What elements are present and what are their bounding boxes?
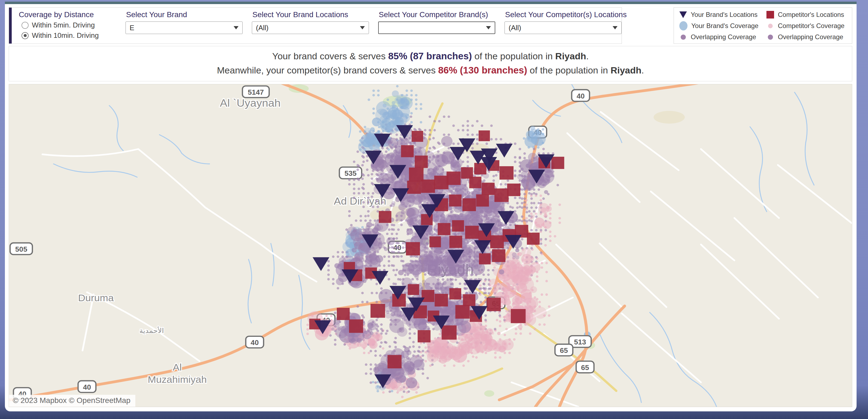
svg-text:65: 65	[581, 363, 589, 372]
competitor-location-marker[interactable]	[474, 163, 487, 174]
competitor-location-marker[interactable]	[500, 166, 514, 180]
radio-within-5min[interactable]: Within 5min. Driving	[22, 21, 116, 29]
competitor-location-marker[interactable]	[452, 220, 464, 231]
competitor-location-marker[interactable]	[463, 294, 475, 306]
brand-filter: Select Your Brand E	[126, 8, 243, 43]
competitor-location-marker[interactable]	[415, 156, 428, 168]
svg-text:40: 40	[83, 383, 91, 391]
competitor-location-marker[interactable]	[349, 319, 363, 333]
summary-text: Meanwhile, your competitor(s) brand cove…	[217, 65, 438, 75]
summary-text: .	[586, 51, 589, 61]
summary-text: of the population in	[472, 51, 555, 61]
competitor-location-marker[interactable]	[449, 236, 462, 248]
brand-summary-line: Your brand covers & serves 85% (87 branc…	[9, 49, 852, 63]
legend-item-competitor-locations: Competitor's Locations	[767, 11, 847, 19]
competitor-location-marker[interactable]	[479, 130, 490, 141]
competitor-locations-filter: Select Your Competitor(s) Locations (All…	[504, 8, 622, 43]
competitor-locations-dropdown[interactable]: (All)	[504, 22, 622, 34]
competitor-location-marker[interactable]	[409, 168, 423, 182]
radio-unselected-icon[interactable]	[22, 22, 29, 29]
competitor-location-marker[interactable]	[494, 189, 508, 202]
road-shield: 65	[576, 361, 594, 373]
competitor-location-marker[interactable]	[476, 194, 489, 206]
competitor-locations-label: Select Your Competitor(s) Locations	[505, 10, 622, 19]
place-label: Duruma	[78, 292, 114, 303]
competitor-location-marker[interactable]	[438, 223, 451, 235]
competitor-location-marker[interactable]	[408, 284, 419, 295]
road-shield: 40	[572, 90, 589, 101]
competitor-location-marker[interactable]	[406, 242, 420, 256]
competitor-location-marker[interactable]	[418, 330, 430, 342]
brand-dropdown[interactable]: E	[126, 22, 243, 34]
chevron-down-icon	[486, 26, 491, 29]
road-shield: 40	[246, 336, 264, 348]
svg-text:65: 65	[560, 347, 568, 355]
radio-selected-icon[interactable]	[22, 32, 29, 39]
coverage-filter-title: Coverage by Distance	[19, 10, 116, 19]
legend-label: Competitor's Coverage	[778, 22, 845, 30]
park-patch	[484, 390, 494, 397]
legend-item-overlap-left: Overlapping Coverage	[679, 33, 767, 41]
competitor-location-marker[interactable]	[492, 249, 505, 262]
place-label: Al	[173, 362, 182, 373]
filter-panel: Coverage by Distance Within 5min. Drivin…	[9, 7, 622, 44]
competitor-location-marker[interactable]	[487, 298, 501, 311]
competitor-location-marker[interactable]	[455, 305, 469, 319]
panel-accent-bar	[9, 8, 12, 43]
competitor-location-marker[interactable]	[490, 235, 504, 249]
chevron-down-icon	[613, 26, 618, 29]
competitor-location-marker[interactable]	[435, 294, 448, 307]
competitor-location-marker[interactable]	[421, 180, 435, 193]
competitor-location-marker[interactable]	[401, 145, 413, 157]
competitor-location-marker[interactable]	[511, 309, 525, 323]
place-label: الأحمدية	[140, 326, 164, 335]
competitor-location-marker[interactable]	[527, 233, 540, 245]
legend-label: Competitor's Locations	[778, 11, 844, 19]
svg-text:505: 505	[15, 246, 27, 253]
competitor-location-marker[interactable]	[429, 236, 441, 247]
coverage-map[interactable]: Al `UyaynahAd Dir`iyahRiyadhDurumaالأحمد…	[9, 84, 852, 407]
coverage-by-distance-filter: Coverage by Distance Within 5min. Drivin…	[12, 8, 116, 43]
legend-item-brand-coverage: Your Brand's Coverage	[679, 21, 767, 30]
map-canvas[interactable]: Al `UyaynahAd Dir`iyahRiyadhDurumaالأحمد…	[9, 84, 852, 407]
competitor-location-marker[interactable]	[412, 131, 423, 142]
competitor-location-marker[interactable]	[465, 226, 479, 239]
competitor-location-marker[interactable]	[434, 176, 449, 189]
map-attribution: © 2023 Mapbox © OpenStreetMap	[9, 395, 135, 407]
competitor-location-marker[interactable]	[507, 184, 520, 196]
competitor-location-marker[interactable]	[479, 253, 491, 264]
competitor-location-marker[interactable]	[446, 171, 461, 185]
svg-text:5147: 5147	[248, 89, 264, 96]
competitor-location-marker[interactable]	[371, 304, 385, 318]
competitor-location-marker[interactable]	[422, 290, 434, 302]
competitor-location-marker[interactable]	[337, 308, 350, 320]
legend-label: Overlapping Coverage	[691, 33, 756, 41]
competitor-location-marker[interactable]	[407, 181, 421, 194]
summary-text: .	[642, 65, 644, 75]
competitor-brands-dropdown[interactable]	[378, 22, 495, 34]
competitor-location-marker[interactable]	[388, 355, 402, 368]
competitor-location-marker[interactable]	[379, 211, 391, 223]
radio-within-10min[interactable]: Within 10min. Driving	[22, 31, 116, 40]
svg-text:40: 40	[577, 92, 585, 100]
competitor-location-marker[interactable]	[442, 325, 457, 340]
road-shield: 40	[78, 381, 96, 392]
competitor-location-marker[interactable]	[449, 288, 461, 299]
legend-item-brand-locations: Your Brand's Locations	[679, 11, 767, 19]
svg-text:513: 513	[574, 338, 586, 346]
road-shield: 505	[10, 243, 32, 255]
competitor-location-marker[interactable]	[482, 183, 494, 195]
overlap-coverage-circle-icon	[768, 35, 773, 40]
legend: Your Brand's Locations Competitor's Loca…	[674, 7, 852, 44]
road-shield: 65	[555, 344, 572, 356]
competitor-location-marker[interactable]	[551, 157, 564, 169]
competitor-location-marker[interactable]	[462, 198, 476, 211]
competitor-brands-label: Select Your Competitor Brand(s)	[379, 10, 495, 19]
brand-locations-dropdown[interactable]: (All)	[252, 22, 369, 34]
competitor-location-marker[interactable]	[449, 195, 462, 206]
brand-locations-filter: Select Your Brand Locations (All)	[252, 8, 369, 43]
summary-text: of the population in	[527, 65, 611, 75]
summary-text: Your brand covers & serves	[272, 51, 388, 61]
place-label: Muzahimiyah	[148, 374, 207, 385]
competitor-location-marker[interactable]	[469, 176, 482, 188]
